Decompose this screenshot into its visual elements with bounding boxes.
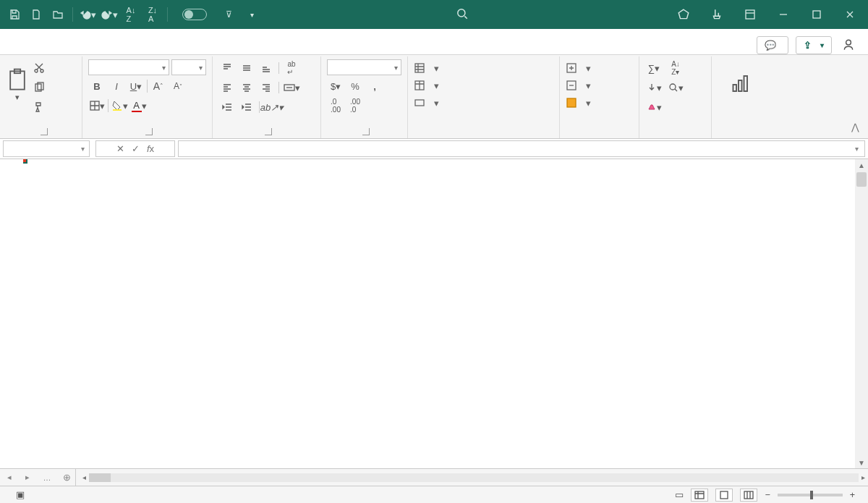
open-icon[interactable] xyxy=(48,4,68,25)
ribbon-options-icon[interactable] xyxy=(736,4,764,25)
display-settings-button[interactable]: ▭ xyxy=(675,489,684,500)
accounting-format-icon[interactable]: $▾ xyxy=(327,77,344,95)
align-top-icon[interactable] xyxy=(218,59,236,77)
wrap-text-icon[interactable]: ab↵ xyxy=(283,59,300,77)
page-break-view-icon[interactable] xyxy=(740,489,757,502)
toggle-switch[interactable] xyxy=(182,9,207,20)
clear-icon[interactable]: ▾ xyxy=(645,98,663,116)
window-controls xyxy=(670,4,864,25)
save-icon[interactable] xyxy=(4,4,25,25)
delete-cells-button[interactable]: ▾ xyxy=(566,80,591,91)
decrease-decimal-icon[interactable]: .00.0 xyxy=(346,97,364,114)
collaborator-icon[interactable] xyxy=(839,35,858,54)
sort-desc-icon[interactable]: Z↓A xyxy=(142,4,163,25)
vertical-scrollbar[interactable]: ▲ ▼ xyxy=(855,159,868,468)
group-number: ▾ $▾ % , .0.00 .00.0 xyxy=(321,56,408,138)
borders-icon[interactable]: ▾ xyxy=(88,97,106,114)
dialog-launcher-icon[interactable] xyxy=(362,128,370,135)
align-center-icon[interactable] xyxy=(238,79,255,96)
scrollbar-thumb[interactable] xyxy=(856,172,867,187)
conditional-formatting-button[interactable]: ▾ xyxy=(414,62,439,74)
svg-rect-2 xyxy=(813,11,820,18)
scroll-down-icon[interactable]: ▼ xyxy=(855,457,868,468)
undo-button[interactable]: ▾ xyxy=(77,4,98,25)
collapse-ribbon-icon[interactable]: ⋀ xyxy=(851,122,859,132)
align-left-icon[interactable] xyxy=(218,79,236,96)
scroll-left-icon[interactable]: ◂ xyxy=(82,473,86,481)
fx-icon[interactable]: fx xyxy=(147,143,154,154)
dialog-launcher-icon[interactable] xyxy=(265,128,272,135)
cell-styles-button[interactable]: ▾ xyxy=(414,97,439,109)
premium-icon[interactable] xyxy=(670,4,697,25)
find-select-icon[interactable]: ▾ xyxy=(667,79,684,96)
decrease-indent-icon[interactable] xyxy=(218,98,236,116)
zoom-slider[interactable] xyxy=(778,494,843,496)
scroll-up-icon[interactable]: ▲ xyxy=(855,159,868,171)
autosave-toggle[interactable] xyxy=(178,9,211,20)
scroll-right-icon[interactable]: ▸ xyxy=(861,473,865,481)
decrease-font-icon[interactable]: A˅ xyxy=(169,77,187,95)
comments-button[interactable]: 💬 xyxy=(757,36,788,54)
comma-format-icon[interactable]: , xyxy=(366,77,383,95)
italic-button[interactable]: I xyxy=(108,77,125,95)
svg-rect-23 xyxy=(695,491,704,499)
minimize-button[interactable] xyxy=(770,4,797,25)
font-name-dropdown[interactable]: ▾ xyxy=(88,59,169,75)
page-layout-view-icon[interactable] xyxy=(715,489,733,502)
fill-color-icon[interactable]: ▾ xyxy=(111,97,128,114)
number-format-dropdown[interactable]: ▾ xyxy=(327,59,401,75)
fill-icon[interactable]: ▾ xyxy=(645,79,663,96)
normal-view-icon[interactable] xyxy=(691,489,708,502)
merge-center-icon[interactable]: ▾ xyxy=(283,79,300,96)
format-painter-icon[interactable] xyxy=(30,98,48,116)
search-icon[interactable] xyxy=(456,7,469,22)
customize-qat-icon[interactable]: ⊽ xyxy=(218,4,239,25)
touch-mode-icon[interactable] xyxy=(703,4,731,25)
name-box[interactable]: ▾ xyxy=(3,140,90,157)
sort-filter-icon[interactable]: A↓Z▾ xyxy=(667,59,684,77)
percent-format-icon[interactable]: % xyxy=(346,77,364,95)
paste-button[interactable]: ▾ xyxy=(9,59,26,110)
increase-font-icon[interactable]: A˄ xyxy=(150,77,167,95)
autosum-icon[interactable]: ∑▾ xyxy=(645,59,663,77)
align-right-icon[interactable] xyxy=(258,79,275,96)
maximize-button[interactable] xyxy=(803,4,830,25)
formula-bar[interactable]: ▾ xyxy=(178,140,865,157)
format-as-table-button[interactable]: ▾ xyxy=(414,80,439,91)
formula-bar-row: ▾ ✕ ✓ fx ▾ xyxy=(0,139,868,159)
h-scrollbar-thumb[interactable] xyxy=(89,473,111,482)
dialog-launcher-icon[interactable] xyxy=(41,128,48,135)
file-name[interactable]: ▾ xyxy=(246,11,254,19)
align-middle-icon[interactable] xyxy=(238,59,255,77)
group-alignment: ab↵ ▾ ab↗▾ xyxy=(213,56,321,138)
dialog-launcher-icon[interactable] xyxy=(145,128,153,135)
close-button[interactable] xyxy=(836,4,864,25)
zoom-in-button[interactable]: + xyxy=(850,490,855,500)
horizontal-scrollbar[interactable]: ◂ ▸ xyxy=(80,469,868,486)
spreadsheet-grid[interactable]: ▲ ▼ xyxy=(0,159,868,468)
analyze-data-button[interactable] xyxy=(732,59,749,110)
align-bottom-icon[interactable] xyxy=(258,59,275,77)
cancel-formula-icon[interactable]: ✕ xyxy=(116,143,124,154)
cut-icon[interactable] xyxy=(30,59,48,77)
font-size-dropdown[interactable]: ▾ xyxy=(171,59,206,75)
redo-button[interactable]: ▾ xyxy=(99,4,119,25)
new-icon[interactable] xyxy=(26,4,46,25)
insert-cells-button[interactable]: ▾ xyxy=(566,62,591,74)
enter-formula-icon[interactable]: ✓ xyxy=(132,143,140,154)
increase-decimal-icon[interactable]: .0.00 xyxy=(327,97,344,114)
orientation-icon[interactable]: ab↗▾ xyxy=(263,98,281,116)
macro-record-icon[interactable]: ▣ xyxy=(16,489,25,500)
add-sheet-button[interactable]: ⊕ xyxy=(58,469,75,486)
bold-button[interactable]: B xyxy=(88,77,106,95)
copy-icon[interactable] xyxy=(30,79,48,96)
font-color-icon[interactable]: A▾ xyxy=(130,97,148,114)
sort-asc-icon[interactable]: A↓Z xyxy=(121,4,141,25)
underline-button[interactable]: U▾ xyxy=(127,77,145,95)
share-button[interactable]: ⇪ ▾ xyxy=(796,36,832,54)
sheet-nav[interactable]: ◂▸… xyxy=(0,469,58,486)
zoom-out-button[interactable]: − xyxy=(765,490,770,500)
increase-indent-icon[interactable] xyxy=(238,98,255,116)
sheet-tab-bar: ◂▸… ⊕ ◂ ▸ xyxy=(0,468,868,486)
format-cells-button[interactable]: ▾ xyxy=(566,97,591,109)
